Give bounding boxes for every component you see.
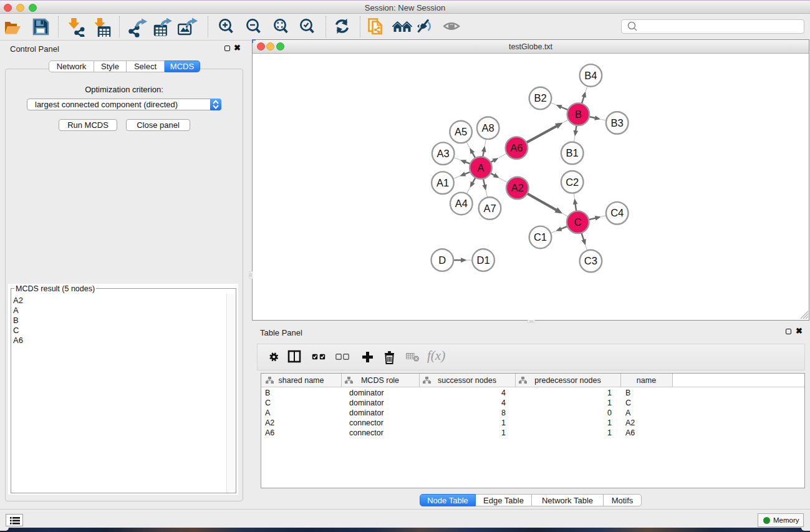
svg-text:C: C bbox=[574, 216, 582, 228]
svg-text:A3: A3 bbox=[437, 148, 450, 159]
svg-text:B: B bbox=[575, 109, 582, 120]
svg-text:B1: B1 bbox=[566, 147, 579, 158]
svg-text:D1: D1 bbox=[477, 254, 490, 266]
svg-text:A2: A2 bbox=[511, 182, 524, 193]
svg-text:B3: B3 bbox=[611, 117, 624, 128]
svg-text:C4: C4 bbox=[610, 207, 624, 218]
svg-text:C1: C1 bbox=[534, 231, 547, 243]
svg-text:B4: B4 bbox=[584, 70, 597, 81]
svg-text:A4: A4 bbox=[455, 198, 468, 209]
svg-text:A8: A8 bbox=[482, 122, 494, 133]
svg-text:C2: C2 bbox=[566, 177, 579, 188]
svg-text:A7: A7 bbox=[483, 203, 496, 214]
svg-text:A6: A6 bbox=[510, 142, 523, 153]
svg-text:B2: B2 bbox=[534, 92, 546, 104]
svg-text:D: D bbox=[438, 254, 446, 266]
svg-text:A1: A1 bbox=[436, 177, 449, 188]
svg-text:C3: C3 bbox=[584, 255, 597, 266]
svg-text:A5: A5 bbox=[455, 126, 467, 137]
svg-text:A: A bbox=[477, 162, 484, 173]
